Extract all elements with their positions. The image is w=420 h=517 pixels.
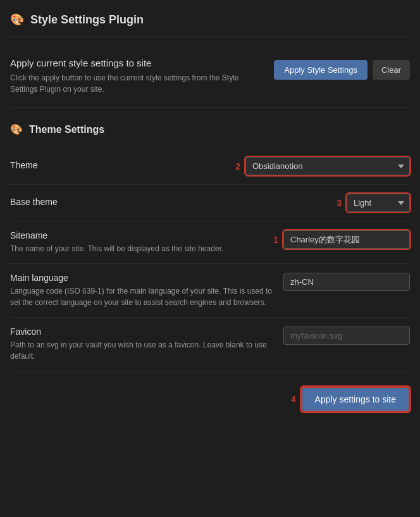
base-theme-badge: 3 (337, 198, 342, 208)
apply-style-text: Apply current style settings to site Cli… (10, 58, 264, 95)
theme-row: Theme 2 Obsidianotion Default Minimal (10, 148, 410, 185)
sitename-label-group: Sitename The name of your site. This wil… (10, 230, 263, 254)
plugin-header: 🎨 Style Settings Plugin (10, 13, 410, 37)
sitename-badge: 1 (273, 235, 278, 245)
apply-style-section: Apply current style settings to site Cli… (10, 50, 410, 108)
main-language-label-group: Main language Language code (ISO 639-1) … (10, 273, 273, 308)
theme-label: Theme (10, 160, 225, 170)
main-language-label: Main language (10, 273, 273, 283)
base-theme-label: Base theme (10, 197, 326, 207)
plugin-title: Style Settings Plugin (30, 13, 144, 27)
base-theme-select[interactable]: Light Dark (347, 194, 410, 212)
favicon-desc: Path to an svg in your vault you wish to… (10, 339, 273, 362)
sitename-desc: The name of your site. This will be disp… (10, 243, 263, 254)
apply-style-button[interactable]: Apply Style Settings (274, 60, 368, 80)
theme-control: 2 Obsidianotion Default Minimal (235, 157, 410, 175)
sitename-row: Sitename The name of your site. This wil… (10, 221, 410, 264)
theme-badge: 2 (235, 161, 240, 171)
sitename-label: Sitename (10, 230, 263, 240)
main-language-row: Main language Language code (ISO 639-1) … (10, 264, 410, 318)
base-theme-label-group: Base theme (10, 197, 326, 209)
theme-settings-title: Theme Settings (29, 124, 104, 135)
apply-site-section: 4 Apply settings to site (10, 371, 410, 412)
main-language-input[interactable] (283, 273, 410, 291)
theme-select[interactable]: Obsidianotion Default Minimal (245, 157, 410, 175)
apply-style-buttons: Apply Style Settings Clear (274, 58, 410, 80)
main-language-desc: Language code (ISO 639-1) for the main l… (10, 285, 273, 308)
base-theme-row: Base theme 3 Light Dark (10, 185, 410, 221)
theme-settings-header: 🎨 Theme Settings (10, 123, 410, 135)
theme-label-group: Theme (10, 160, 225, 173)
apply-style-desc: Click the apply button to use the curren… (10, 72, 264, 95)
clear-button[interactable]: Clear (373, 60, 410, 80)
apply-site-badge: 4 (291, 394, 296, 404)
favicon-row: Favicon Path to an svg in your vault you… (10, 318, 410, 371)
sitename-input[interactable] (283, 230, 410, 249)
favicon-input[interactable] (283, 327, 410, 345)
apply-style-title: Apply current style settings to site (10, 58, 264, 68)
theme-settings-icon: 🎨 (10, 123, 23, 135)
main-language-control (283, 273, 410, 291)
base-theme-control: 3 Light Dark (337, 194, 410, 212)
sitename-control: 1 (273, 230, 410, 249)
favicon-label: Favicon (10, 327, 273, 337)
plugin-icon: 🎨 (10, 13, 24, 27)
favicon-control (283, 327, 410, 345)
apply-site-button[interactable]: Apply settings to site (301, 387, 410, 412)
favicon-label-group: Favicon Path to an svg in your vault you… (10, 327, 273, 362)
